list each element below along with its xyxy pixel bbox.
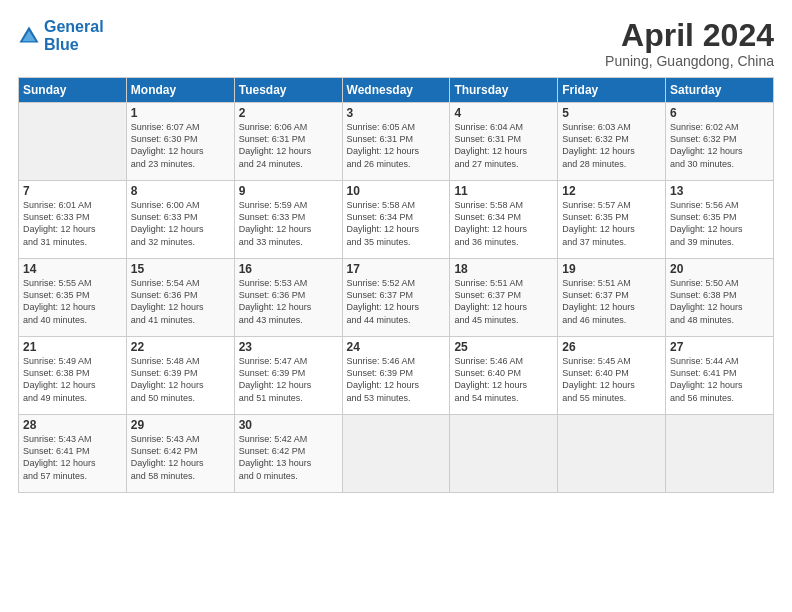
logo-blue: Blue — [44, 36, 104, 54]
day-cell: 9Sunrise: 5:59 AM Sunset: 6:33 PM Daylig… — [234, 181, 342, 259]
col-sunday: Sunday — [19, 78, 127, 103]
day-info: Sunrise: 5:52 AM Sunset: 6:37 PM Dayligh… — [347, 277, 446, 326]
day-info: Sunrise: 5:57 AM Sunset: 6:35 PM Dayligh… — [562, 199, 661, 248]
day-info: Sunrise: 5:49 AM Sunset: 6:38 PM Dayligh… — [23, 355, 122, 404]
day-number: 21 — [23, 340, 122, 354]
day-cell — [19, 103, 127, 181]
day-cell: 23Sunrise: 5:47 AM Sunset: 6:39 PM Dayli… — [234, 337, 342, 415]
day-info: Sunrise: 6:05 AM Sunset: 6:31 PM Dayligh… — [347, 121, 446, 170]
day-cell: 18Sunrise: 5:51 AM Sunset: 6:37 PM Dayli… — [450, 259, 558, 337]
day-number: 12 — [562, 184, 661, 198]
header: General Blue April 2024 Puning, Guangdon… — [18, 18, 774, 69]
day-number: 9 — [239, 184, 338, 198]
day-cell — [342, 415, 450, 493]
header-row: Sunday Monday Tuesday Wednesday Thursday… — [19, 78, 774, 103]
day-number: 11 — [454, 184, 553, 198]
day-cell: 20Sunrise: 5:50 AM Sunset: 6:38 PM Dayli… — [666, 259, 774, 337]
col-tuesday: Tuesday — [234, 78, 342, 103]
day-cell: 27Sunrise: 5:44 AM Sunset: 6:41 PM Dayli… — [666, 337, 774, 415]
day-info: Sunrise: 5:53 AM Sunset: 6:36 PM Dayligh… — [239, 277, 338, 326]
day-cell: 1Sunrise: 6:07 AM Sunset: 6:30 PM Daylig… — [126, 103, 234, 181]
day-cell: 26Sunrise: 5:45 AM Sunset: 6:40 PM Dayli… — [558, 337, 666, 415]
day-cell: 16Sunrise: 5:53 AM Sunset: 6:36 PM Dayli… — [234, 259, 342, 337]
day-cell: 2Sunrise: 6:06 AM Sunset: 6:31 PM Daylig… — [234, 103, 342, 181]
day-number: 19 — [562, 262, 661, 276]
day-info: Sunrise: 5:47 AM Sunset: 6:39 PM Dayligh… — [239, 355, 338, 404]
day-info: Sunrise: 5:51 AM Sunset: 6:37 PM Dayligh… — [454, 277, 553, 326]
day-info: Sunrise: 5:48 AM Sunset: 6:39 PM Dayligh… — [131, 355, 230, 404]
day-info: Sunrise: 5:58 AM Sunset: 6:34 PM Dayligh… — [454, 199, 553, 248]
day-info: Sunrise: 5:42 AM Sunset: 6:42 PM Dayligh… — [239, 433, 338, 482]
day-cell: 4Sunrise: 6:04 AM Sunset: 6:31 PM Daylig… — [450, 103, 558, 181]
day-number: 16 — [239, 262, 338, 276]
day-number: 24 — [347, 340, 446, 354]
day-cell: 5Sunrise: 6:03 AM Sunset: 6:32 PM Daylig… — [558, 103, 666, 181]
day-info: Sunrise: 5:50 AM Sunset: 6:38 PM Dayligh… — [670, 277, 769, 326]
week-row-2: 7Sunrise: 6:01 AM Sunset: 6:33 PM Daylig… — [19, 181, 774, 259]
week-row-1: 1Sunrise: 6:07 AM Sunset: 6:30 PM Daylig… — [19, 103, 774, 181]
title-block: April 2024 Puning, Guangdong, China — [605, 18, 774, 69]
day-number: 20 — [670, 262, 769, 276]
day-info: Sunrise: 6:07 AM Sunset: 6:30 PM Dayligh… — [131, 121, 230, 170]
col-wednesday: Wednesday — [342, 78, 450, 103]
day-info: Sunrise: 5:51 AM Sunset: 6:37 PM Dayligh… — [562, 277, 661, 326]
day-cell — [666, 415, 774, 493]
day-info: Sunrise: 6:06 AM Sunset: 6:31 PM Dayligh… — [239, 121, 338, 170]
logo-general: General — [44, 18, 104, 35]
day-cell: 24Sunrise: 5:46 AM Sunset: 6:39 PM Dayli… — [342, 337, 450, 415]
day-number: 15 — [131, 262, 230, 276]
day-cell: 30Sunrise: 5:42 AM Sunset: 6:42 PM Dayli… — [234, 415, 342, 493]
day-number: 23 — [239, 340, 338, 354]
day-cell: 15Sunrise: 5:54 AM Sunset: 6:36 PM Dayli… — [126, 259, 234, 337]
day-number: 4 — [454, 106, 553, 120]
day-number: 25 — [454, 340, 553, 354]
day-cell: 6Sunrise: 6:02 AM Sunset: 6:32 PM Daylig… — [666, 103, 774, 181]
day-info: Sunrise: 5:59 AM Sunset: 6:33 PM Dayligh… — [239, 199, 338, 248]
col-friday: Friday — [558, 78, 666, 103]
logo: General Blue — [18, 18, 104, 53]
col-monday: Monday — [126, 78, 234, 103]
col-thursday: Thursday — [450, 78, 558, 103]
day-cell — [450, 415, 558, 493]
day-cell: 8Sunrise: 6:00 AM Sunset: 6:33 PM Daylig… — [126, 181, 234, 259]
day-info: Sunrise: 6:01 AM Sunset: 6:33 PM Dayligh… — [23, 199, 122, 248]
day-info: Sunrise: 6:03 AM Sunset: 6:32 PM Dayligh… — [562, 121, 661, 170]
day-info: Sunrise: 5:43 AM Sunset: 6:41 PM Dayligh… — [23, 433, 122, 482]
day-info: Sunrise: 6:00 AM Sunset: 6:33 PM Dayligh… — [131, 199, 230, 248]
day-cell: 19Sunrise: 5:51 AM Sunset: 6:37 PM Dayli… — [558, 259, 666, 337]
day-info: Sunrise: 5:54 AM Sunset: 6:36 PM Dayligh… — [131, 277, 230, 326]
day-info: Sunrise: 5:44 AM Sunset: 6:41 PM Dayligh… — [670, 355, 769, 404]
day-number: 6 — [670, 106, 769, 120]
day-number: 27 — [670, 340, 769, 354]
day-info: Sunrise: 5:55 AM Sunset: 6:35 PM Dayligh… — [23, 277, 122, 326]
day-info: Sunrise: 6:02 AM Sunset: 6:32 PM Dayligh… — [670, 121, 769, 170]
day-cell: 29Sunrise: 5:43 AM Sunset: 6:42 PM Dayli… — [126, 415, 234, 493]
page: General Blue April 2024 Puning, Guangdon… — [0, 0, 792, 612]
day-number: 3 — [347, 106, 446, 120]
day-info: Sunrise: 6:04 AM Sunset: 6:31 PM Dayligh… — [454, 121, 553, 170]
day-cell: 7Sunrise: 6:01 AM Sunset: 6:33 PM Daylig… — [19, 181, 127, 259]
day-number: 7 — [23, 184, 122, 198]
day-cell: 14Sunrise: 5:55 AM Sunset: 6:35 PM Dayli… — [19, 259, 127, 337]
location: Puning, Guangdong, China — [605, 53, 774, 69]
day-cell: 11Sunrise: 5:58 AM Sunset: 6:34 PM Dayli… — [450, 181, 558, 259]
day-cell: 17Sunrise: 5:52 AM Sunset: 6:37 PM Dayli… — [342, 259, 450, 337]
calendar-table: Sunday Monday Tuesday Wednesday Thursday… — [18, 77, 774, 493]
day-info: Sunrise: 5:45 AM Sunset: 6:40 PM Dayligh… — [562, 355, 661, 404]
week-row-5: 28Sunrise: 5:43 AM Sunset: 6:41 PM Dayli… — [19, 415, 774, 493]
day-cell: 13Sunrise: 5:56 AM Sunset: 6:35 PM Dayli… — [666, 181, 774, 259]
day-number: 26 — [562, 340, 661, 354]
day-number: 29 — [131, 418, 230, 432]
day-number: 2 — [239, 106, 338, 120]
day-number: 22 — [131, 340, 230, 354]
day-number: 13 — [670, 184, 769, 198]
day-info: Sunrise: 5:46 AM Sunset: 6:40 PM Dayligh… — [454, 355, 553, 404]
day-number: 14 — [23, 262, 122, 276]
logo-text: General Blue — [44, 18, 104, 53]
day-number: 30 — [239, 418, 338, 432]
day-cell: 28Sunrise: 5:43 AM Sunset: 6:41 PM Dayli… — [19, 415, 127, 493]
day-cell: 3Sunrise: 6:05 AM Sunset: 6:31 PM Daylig… — [342, 103, 450, 181]
day-cell: 25Sunrise: 5:46 AM Sunset: 6:40 PM Dayli… — [450, 337, 558, 415]
day-number: 1 — [131, 106, 230, 120]
day-number: 10 — [347, 184, 446, 198]
